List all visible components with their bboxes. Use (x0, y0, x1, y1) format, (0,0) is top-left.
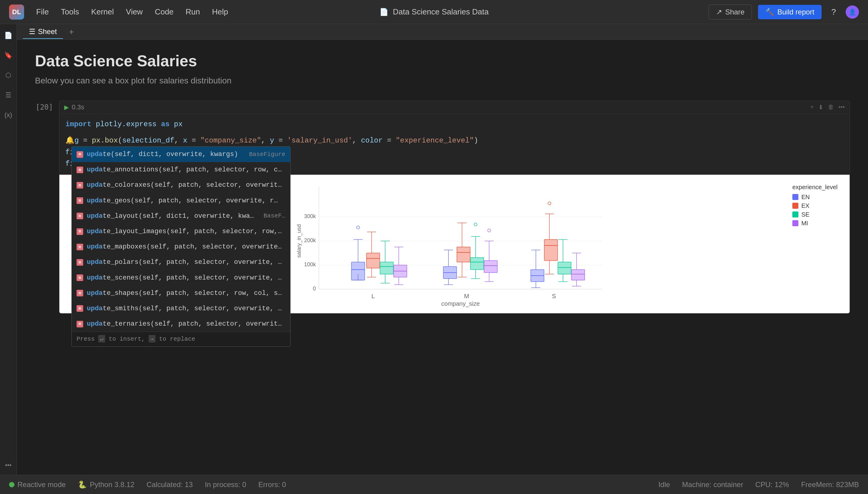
svg-text:L: L (371, 293, 375, 299)
ac-icon-0: m (77, 151, 83, 158)
cpu-status: CPU: 12% (755, 480, 789, 489)
document-title: 📄 Data Science Salaries Data (380, 7, 489, 17)
svg-rect-56 (470, 258, 484, 270)
svg-rect-83 (558, 262, 571, 274)
calculated-label: Calculated: 13 (146, 480, 192, 489)
autocomplete-dropdown[interactable]: m update(self, dict1, overwrite, kwargs)… (71, 146, 291, 347)
tab-sheet[interactable]: ☰ Sheet (23, 25, 63, 39)
cell-action-more[interactable]: ⬇ (818, 103, 824, 111)
help-button[interactable]: ? (828, 6, 840, 18)
ac-item-update-annotations[interactable]: m update_annotations(self, patch, select… (72, 162, 290, 177)
tab-add-button[interactable]: + (66, 26, 77, 38)
cell-action-add[interactable]: + (810, 103, 814, 111)
ac-icon-6: m (77, 244, 83, 250)
legend-item-en: EN (792, 194, 837, 201)
svg-rect-32 (380, 262, 393, 274)
sidebar-icon-hex[interactable]: ⬡ (3, 70, 14, 81)
menu-code[interactable]: Code (155, 7, 173, 17)
in-process-label: In process: 0 (205, 480, 246, 489)
menu-view[interactable]: View (126, 7, 143, 17)
svg-text:100k: 100k (304, 262, 316, 267)
sidebar-icon-bookmark[interactable]: 🔖 (3, 50, 14, 61)
sidebar: 📄 🔖 ⬡ ☰ (x) ••• (0, 24, 17, 475)
ac-item-update-geos[interactable]: m update_geos(self, patch, selector, ove… (72, 193, 290, 208)
ac-item-update[interactable]: m update(self, dict1, overwrite, kwargs)… (72, 147, 290, 162)
ac-icon-9: m (77, 290, 83, 297)
ac-item-update-mapboxes[interactable]: m update_mapboxes(self, patch, selector,… (72, 239, 290, 254)
run-button[interactable]: ▶ (64, 103, 69, 111)
status-right: Idle Machine: container CPU: 12% FreeMem… (658, 480, 859, 489)
tab-sheet-icon: ☰ (29, 27, 36, 36)
ac-item-update-layout-images[interactable]: m update_layout_images(self, patch, sele… (72, 224, 290, 239)
menu-run[interactable]: Run (186, 7, 200, 17)
app-logo: DL (9, 4, 24, 20)
kernel-label: Python 3.8.12 (90, 480, 134, 489)
ac-item-update-shapes[interactable]: m update_shapes(self, patch, selector, r… (72, 286, 290, 301)
reactive-dot (9, 482, 15, 487)
svg-text:company_size: company_size (441, 300, 480, 307)
share-button[interactable]: ↗ Share (708, 4, 752, 20)
calculated-status: Calculated: 13 (146, 480, 192, 489)
svg-text:0: 0 (313, 286, 316, 291)
ac-icon-7: m (77, 259, 83, 266)
tabbar: ☰ Sheet + (17, 24, 868, 40)
svg-text:S: S (552, 293, 556, 299)
cell-action-delete[interactable]: 🗑 (828, 103, 834, 111)
svg-point-58 (474, 223, 477, 226)
page-subtitle: Below you can see a box plot for salarie… (35, 76, 850, 86)
svg-text:300k: 300k (304, 213, 316, 219)
svg-text:salary_in_usd: salary_in_usd (296, 224, 302, 258)
svg-rect-26 (367, 253, 380, 268)
avatar[interactable]: 👤 (846, 5, 859, 19)
menu-help[interactable]: Help (212, 7, 228, 17)
build-report-button[interactable]: 🔨 Build report (758, 5, 821, 19)
ac-icon-4: m (77, 213, 83, 219)
ac-icon-3: m (77, 197, 83, 204)
page-title: Data Science Salaries (35, 52, 850, 70)
ac-icon-10: m (77, 305, 83, 312)
notebook: Data Science Salaries Below you can see … (17, 40, 868, 475)
sidebar-icon-variable[interactable]: (x) (3, 110, 14, 120)
ac-item-update-ternaries[interactable]: m update_ternaries(self, patch, selector… (72, 316, 290, 331)
legend-item-mi: MI (792, 220, 837, 227)
ac-item-update-polars[interactable]: m update_polars(self, patch, selector, o… (72, 254, 290, 270)
ac-item-update-scenes[interactable]: m update_scenes(self, patch, selector, o… (72, 270, 290, 286)
run-time: 0.3s (72, 103, 85, 111)
menu-kernel[interactable]: Kernel (91, 7, 114, 17)
ac-item-update-layout[interactable]: m update_layout(self, dict1, overwrite, … (72, 208, 290, 224)
reactive-mode-status[interactable]: Reactive mode (9, 480, 66, 489)
sidebar-icon-file[interactable]: 📄 (3, 30, 14, 41)
idle-status: Idle (658, 480, 670, 489)
cell-content[interactable]: ▶ 0.3s + ⬇ 🗑 ••• import plotly.e (59, 101, 850, 314)
kernel-status: 🐍 Python 3.8.12 (78, 480, 134, 489)
ac-icon-2: m (77, 182, 83, 189)
in-process-status: In process: 0 (205, 480, 246, 489)
legend-item-se: SE (792, 211, 837, 218)
main-menu: File Tools Kernel View Code Run Help (36, 7, 228, 17)
code-cell: [20] ▶ 0.3s + ⬇ 🗑 ••• (35, 101, 850, 314)
svg-rect-63 (484, 261, 497, 272)
title-text: Data Science Salaries Data (393, 7, 489, 17)
topbar-actions: ↗ Share 🔨 Build report ? 👤 (708, 4, 859, 20)
build-icon: 🔨 (765, 8, 774, 16)
python-icon: 🐍 (78, 480, 87, 489)
code-line-1: import plotly.express as px (66, 119, 844, 130)
cell-actions: + ⬇ 🗑 ••• (810, 103, 845, 111)
svg-rect-89 (571, 270, 585, 280)
legend-item-ex: EX (792, 203, 837, 209)
svg-rect-50 (457, 247, 470, 262)
svg-point-65 (488, 229, 491, 232)
code-editor[interactable]: import plotly.express as px 🔔g = px.box(… (59, 114, 850, 175)
menu-tools[interactable]: Tools (61, 7, 79, 17)
menu-file[interactable]: File (36, 7, 49, 17)
topbar: DL File Tools Kernel View Code Run Help … (0, 0, 868, 24)
sidebar-more[interactable]: ••• (5, 462, 12, 469)
svg-point-78 (548, 202, 551, 205)
sidebar-icon-list[interactable]: ☰ (3, 90, 14, 101)
cell-action-menu[interactable]: ••• (838, 103, 845, 111)
ac-item-update-coloraxes[interactable]: m update_coloraxes(self, patch, selector… (72, 177, 290, 193)
svg-rect-76 (544, 240, 558, 261)
reactive-mode-label: Reactive mode (17, 480, 66, 489)
svg-text:200k: 200k (304, 238, 316, 243)
ac-item-update-smiths[interactable]: m update_smiths(self, patch, selector, o… (72, 301, 290, 316)
